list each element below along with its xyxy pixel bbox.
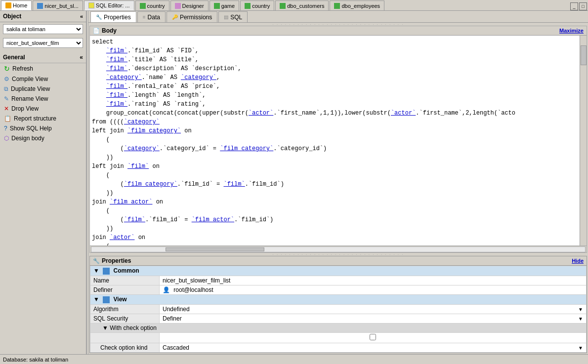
prop-sql-security-row: SQL Security Definer ▼ bbox=[90, 314, 587, 324]
tab-sql-editor[interactable]: SQL Editor: ... bbox=[84, 0, 134, 10]
designer-icon bbox=[175, 3, 181, 9]
maximize-link[interactable]: Maximize bbox=[559, 28, 584, 34]
design-label: Design body bbox=[11, 135, 44, 142]
film-category-link-2[interactable]: `film category` bbox=[220, 145, 273, 152]
tab-dbo-customers[interactable]: dbo_customers bbox=[275, 0, 329, 10]
sub-tab-properties[interactable]: 🔧 Properties bbox=[90, 11, 136, 22]
prop-name-label: Name bbox=[90, 276, 160, 285]
film-link-1[interactable]: `film` bbox=[106, 47, 127, 54]
database-dropdown[interactable]: sakila at toliman bbox=[3, 24, 83, 34]
general-collapse-icon[interactable]: « bbox=[80, 54, 83, 61]
prop-with-check-option-row: ▼ With check option bbox=[90, 324, 587, 333]
table-icon-1 bbox=[140, 3, 146, 9]
prop-check-option-kind-label: Check option kind bbox=[90, 343, 160, 353]
tab-designer-label: Designer bbox=[182, 3, 204, 9]
film-category-link-1[interactable]: `film category` bbox=[127, 127, 181, 134]
algorithm-dropdown-arrow[interactable]: ▼ bbox=[578, 307, 583, 312]
film-actor-link-2[interactable]: `film actor` bbox=[192, 216, 234, 223]
category-link-1[interactable]: `category` bbox=[106, 74, 142, 81]
sidebar: Object « sakila at toliman nicer_but_slo… bbox=[0, 11, 86, 354]
with-check-collapse-button[interactable]: ▼ bbox=[102, 324, 108, 331]
sql-security-dropdown-arrow[interactable]: ▼ bbox=[578, 316, 583, 322]
compile-icon: ⚙ bbox=[4, 76, 9, 82]
restore-button[interactable]: □ bbox=[579, 2, 587, 10]
prop-sql-security-label: SQL Security bbox=[90, 314, 160, 324]
view-section-icon bbox=[103, 296, 110, 303]
common-collapse-button[interactable]: ▼ bbox=[93, 267, 99, 274]
horizontal-scrollbar[interactable] bbox=[90, 245, 587, 252]
sidebar-item-rename[interactable]: ✎ Rename View bbox=[0, 94, 86, 104]
film-link-3[interactable]: `film` bbox=[106, 65, 127, 72]
sidebar-item-refresh[interactable]: ↻ Refresh bbox=[0, 63, 86, 74]
film-link-5[interactable]: `film` bbox=[106, 92, 127, 99]
film-link-6[interactable]: `film` bbox=[106, 101, 127, 108]
user-icon: 👤 bbox=[163, 286, 170, 293]
duplicate-label: Duplicate View bbox=[11, 85, 50, 92]
drop-icon: ✕ bbox=[4, 105, 9, 112]
hide-link[interactable]: Hide bbox=[572, 258, 584, 264]
sub-tab-data[interactable]: ≡ Data bbox=[137, 11, 166, 22]
body-title: Body bbox=[102, 27, 117, 34]
tab-nicer[interactable]: nicer_but_sl... bbox=[33, 0, 83, 10]
tab-dbo-employees[interactable]: dbo_employees bbox=[330, 0, 384, 10]
view-dropdown[interactable]: nicer_but_slower_film bbox=[3, 38, 83, 48]
view-dropdown-container: nicer_but_slower_film bbox=[3, 38, 83, 48]
tab-country2[interactable]: country bbox=[240, 0, 274, 10]
home-icon bbox=[5, 2, 11, 8]
with-check-option-checkbox[interactable] bbox=[370, 334, 376, 340]
film-actor-link-1[interactable]: `film actor` bbox=[110, 199, 152, 205]
view-section-row: ▼ View bbox=[90, 295, 587, 305]
scrollbar-thumb[interactable] bbox=[581, 45, 587, 65]
tab-game[interactable]: game bbox=[210, 0, 240, 10]
sidebar-item-show-sql[interactable]: ? Show SQL Help bbox=[0, 123, 86, 133]
sidebar-collapse-button[interactable]: « bbox=[80, 13, 83, 19]
window-controls: _ □ bbox=[570, 2, 588, 10]
properties-panel-header: 🔧 Properties Hide bbox=[90, 256, 587, 266]
sidebar-item-design[interactable]: ⬡ Design body bbox=[0, 133, 86, 143]
h-scroll-thumb[interactable] bbox=[166, 247, 264, 251]
tab-game-label: game bbox=[221, 3, 235, 9]
sub-tab-properties-label: Properties bbox=[104, 14, 131, 21]
sidebar-item-duplicate[interactable]: ⧉ Duplicate View bbox=[0, 84, 86, 94]
common-section-label: Common bbox=[114, 267, 139, 274]
vertical-scrollbar[interactable] bbox=[580, 36, 587, 245]
film-link-7[interactable]: `film` bbox=[127, 163, 149, 170]
prop-check-option-kind-value: Cascaded ▼ bbox=[160, 343, 587, 353]
sub-tab-sql[interactable]: ▤ SQL bbox=[218, 11, 248, 22]
properties-panel: 🔧 Properties Hide ▼ Common bbox=[89, 256, 587, 353]
refresh-icon: ↻ bbox=[4, 65, 10, 73]
actor-link-2[interactable]: `actor` bbox=[391, 110, 416, 117]
check-option-kind-dropdown-cell: Cascaded ▼ bbox=[163, 344, 583, 351]
with-check-option-checkbox-cell bbox=[160, 333, 587, 343]
category-link-2[interactable]: `category` bbox=[181, 74, 216, 81]
body-panel-header: 📄 Body Maximize bbox=[90, 26, 587, 36]
actor-link-1[interactable]: `actor` bbox=[249, 110, 273, 117]
prop-algorithm-row: Algorithm Undefined ▼ bbox=[90, 305, 587, 314]
category-link-3[interactable]: `category` bbox=[124, 119, 160, 125]
tab-home[interactable]: Home bbox=[1, 0, 32, 10]
duplicate-icon: ⧉ bbox=[4, 85, 8, 92]
check-option-kind-arrow[interactable]: ▼ bbox=[578, 345, 583, 351]
tab-country[interactable]: country bbox=[135, 0, 169, 10]
table-icon-5 bbox=[334, 3, 340, 9]
sub-tab-permissions[interactable]: 🔑 Permissions bbox=[167, 11, 217, 22]
sidebar-item-compile[interactable]: ⚙ Compile View bbox=[0, 74, 86, 84]
algorithm-dropdown-cell: Undefined ▼ bbox=[163, 306, 583, 313]
actor-link-3[interactable]: `actor` bbox=[110, 234, 134, 241]
tab-country2-label: country bbox=[252, 3, 270, 9]
film-link-9[interactable]: `film` bbox=[124, 216, 145, 223]
sidebar-item-report[interactable]: 📋 Report structure bbox=[0, 114, 86, 123]
code-editor[interactable]: select `film`.`film_id` AS `FID`, `film`… bbox=[90, 36, 580, 245]
report-icon: 📋 bbox=[4, 115, 11, 122]
film-link-8[interactable]: `film` bbox=[223, 181, 245, 188]
sidebar-item-drop[interactable]: ✕ Drop View bbox=[0, 104, 86, 114]
film-link-4[interactable]: `film` bbox=[106, 83, 127, 90]
minimize-button[interactable]: _ bbox=[570, 2, 578, 10]
view-collapse-button[interactable]: ▼ bbox=[93, 296, 99, 303]
prop-name-value: nicer_but_slower_film_list bbox=[160, 276, 587, 285]
film-link-2[interactable]: `film` bbox=[106, 56, 127, 63]
tab-designer[interactable]: Designer bbox=[170, 0, 209, 10]
status-bar: Database: sakila at toliman bbox=[0, 354, 588, 364]
category-link-4[interactable]: `category` bbox=[124, 145, 160, 152]
film-category-link-3[interactable]: `film category` bbox=[124, 181, 177, 188]
